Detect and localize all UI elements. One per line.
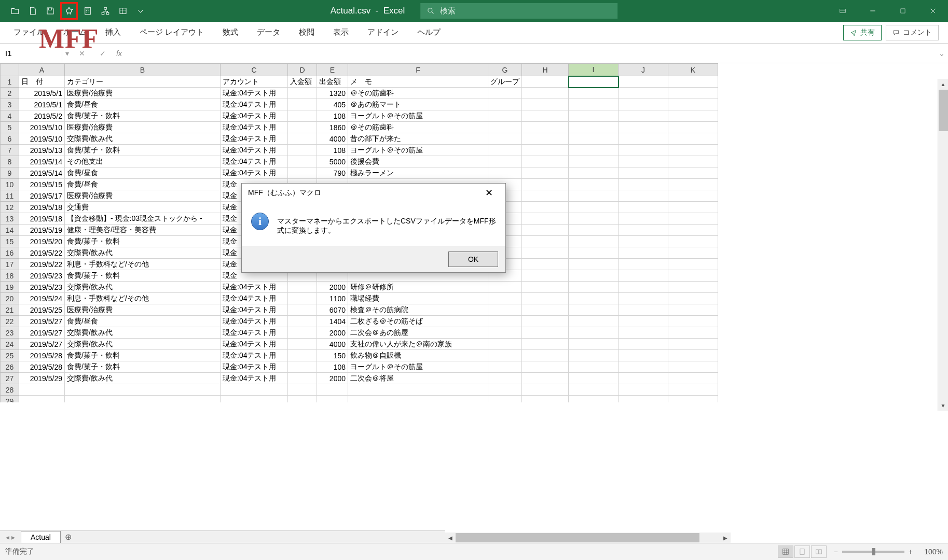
cell[interactable]: 支社の偉い人が来た＠南の家族	[348, 339, 488, 350]
cell[interactable]: 二枚ざる＠その筋そば	[348, 316, 488, 327]
cell[interactable]	[619, 110, 668, 122]
cell[interactable]	[522, 293, 569, 304]
cell[interactable]	[288, 327, 317, 339]
cell[interactable]	[522, 316, 569, 327]
row-header-14[interactable]: 14	[1, 225, 19, 236]
col-header-B[interactable]: B	[65, 64, 221, 76]
cell[interactable]: 日 付	[19, 76, 65, 88]
row-header-12[interactable]: 12	[1, 202, 19, 213]
cell[interactable]: 4000	[317, 133, 348, 145]
cell[interactable]	[317, 384, 348, 396]
tab-help[interactable]: ヘルプ	[408, 27, 450, 37]
cell[interactable]	[668, 373, 718, 384]
tab-formulas[interactable]: 数式	[213, 27, 248, 37]
cell[interactable]	[522, 259, 569, 270]
cell[interactable]	[488, 99, 522, 110]
cell[interactable]	[522, 384, 569, 396]
cell[interactable]	[619, 396, 668, 403]
tab-insert[interactable]: 挿入	[96, 27, 130, 37]
cell[interactable]	[522, 202, 569, 213]
cell[interactable]	[569, 282, 619, 293]
cell[interactable]	[668, 270, 718, 282]
cell[interactable]: メ モ	[348, 76, 488, 88]
vertical-scrollbar[interactable]: ▲ ▼	[938, 79, 948, 411]
cell[interactable]	[288, 384, 317, 396]
cell[interactable]: 2019/5/23	[19, 282, 65, 293]
cell[interactable]	[488, 167, 522, 179]
cell[interactable]: 食費/菓子・飲料	[65, 270, 221, 282]
row-header-5[interactable]: 5	[1, 122, 19, 133]
cell[interactable]	[488, 373, 522, 384]
select-all-corner[interactable]	[1, 64, 19, 76]
row-header-25[interactable]: 25	[1, 350, 19, 361]
cell[interactable]: 2000	[317, 282, 348, 293]
page-break-view-icon[interactable]	[811, 545, 827, 558]
cell[interactable]	[221, 384, 288, 396]
cell[interactable]	[668, 247, 718, 259]
cell[interactable]: 食費/菓子・飲料	[65, 350, 221, 361]
cancel-formula-icon[interactable]: ✕	[72, 45, 92, 62]
cell[interactable]	[619, 373, 668, 384]
cell[interactable]	[668, 225, 718, 236]
cell[interactable]	[522, 350, 569, 361]
cell[interactable]	[288, 373, 317, 384]
cell[interactable]: ヨーグルト＠その筋屋	[348, 361, 488, 373]
cell[interactable]	[619, 122, 668, 133]
cell[interactable]: 2019/5/27	[19, 339, 65, 350]
cell[interactable]	[288, 282, 317, 293]
cell[interactable]	[668, 179, 718, 190]
cell[interactable]	[668, 202, 718, 213]
cell[interactable]	[488, 293, 522, 304]
cell[interactable]: 2019/5/28	[19, 361, 65, 373]
cell[interactable]	[522, 304, 569, 316]
tab-pagelayout[interactable]: ページ レイアウト	[130, 27, 213, 37]
cell[interactable]	[488, 145, 522, 156]
cell[interactable]	[288, 361, 317, 373]
zoom-slider[interactable]	[842, 551, 904, 553]
tab-addins[interactable]: アドイン	[358, 27, 408, 37]
cell[interactable]: 現金:04テスト用	[221, 122, 288, 133]
cell[interactable]: 2019/5/17	[19, 190, 65, 202]
cell[interactable]	[569, 167, 619, 179]
cell[interactable]	[668, 156, 718, 167]
cell[interactable]	[668, 99, 718, 110]
cell[interactable]: 2019/5/22	[19, 247, 65, 259]
cell[interactable]	[668, 110, 718, 122]
calculator-icon[interactable]	[80, 3, 95, 19]
cell[interactable]	[522, 361, 569, 373]
cell[interactable]	[522, 373, 569, 384]
row-header-15[interactable]: 15	[1, 236, 19, 247]
cell[interactable]	[569, 327, 619, 339]
cell[interactable]	[668, 122, 718, 133]
cell[interactable]	[569, 99, 619, 110]
zoom-out-icon[interactable]: −	[834, 548, 838, 556]
cell[interactable]	[569, 202, 619, 213]
row-header-1[interactable]: 1	[1, 76, 19, 88]
cell[interactable]: 現金:04テスト用	[221, 88, 288, 99]
formula-input[interactable]	[125, 45, 936, 62]
cell[interactable]: 医療費/治療費	[65, 122, 221, 133]
cell[interactable]: ヨーグルト＠その筋屋	[348, 110, 488, 122]
cell[interactable]	[288, 396, 317, 403]
dialog-close-icon[interactable]: ✕	[478, 184, 499, 202]
cell[interactable]	[569, 190, 619, 202]
cell[interactable]: 108	[317, 145, 348, 156]
cell[interactable]: ＠その筋歯科	[348, 122, 488, 133]
row-header-16[interactable]: 16	[1, 247, 19, 259]
cell[interactable]: 利息・手数料など/その他	[65, 259, 221, 270]
cell[interactable]	[569, 373, 619, 384]
cell[interactable]	[65, 384, 221, 396]
cell[interactable]: 2019/5/29	[19, 373, 65, 384]
scroll-down-icon[interactable]: ▼	[938, 400, 948, 411]
cell[interactable]	[619, 202, 668, 213]
cell[interactable]: ＠その筋歯科	[348, 88, 488, 99]
col-header-D[interactable]: D	[288, 64, 317, 76]
cell[interactable]	[522, 190, 569, 202]
row-header-21[interactable]: 21	[1, 304, 19, 316]
cell[interactable]: 2019/5/15	[19, 179, 65, 190]
cell[interactable]: その他支出	[65, 156, 221, 167]
minimize-icon[interactable]	[858, 0, 888, 22]
cell[interactable]: 2019/5/14	[19, 167, 65, 179]
cell[interactable]	[569, 133, 619, 145]
search-box[interactable]: 検索	[420, 3, 617, 19]
